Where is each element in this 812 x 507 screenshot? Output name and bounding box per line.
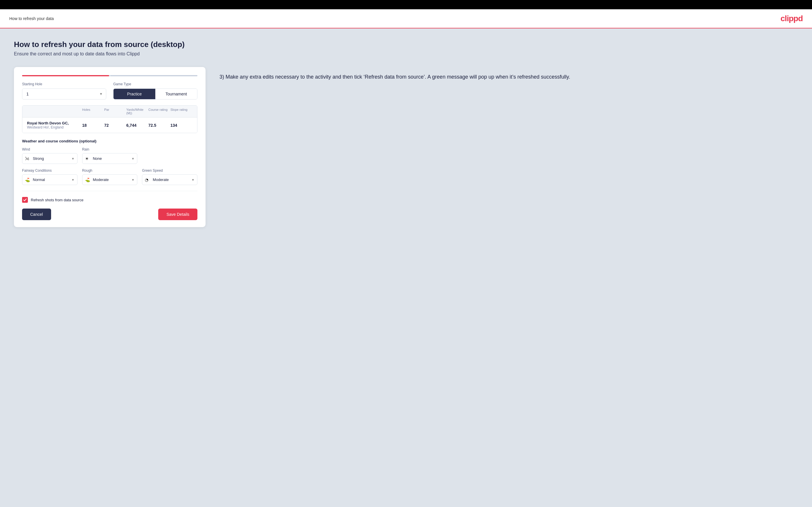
rough-select-wrapper: ⛳ Moderate Light Heavy ▼: [82, 174, 138, 185]
col-header-name: [27, 108, 82, 115]
main-content: How to refresh your data from source (de…: [0, 29, 812, 507]
course-table-row: Royal North Devon GC, Westward Ho!, Engl…: [22, 117, 197, 133]
refresh-checkbox-label: Refresh shots from data source: [31, 198, 83, 202]
course-name-cell: Royal North Devon GC, Westward Ho!, Engl…: [27, 121, 82, 129]
course-slope: 134: [170, 123, 193, 128]
page-subheading: Ensure the correct and most up to date d…: [14, 51, 798, 57]
wind-rain-row: Wind 🌬 Strong Light Moderate Calm ▼ Rain: [22, 147, 197, 164]
practice-button[interactable]: Practice: [113, 89, 155, 99]
green-speed-group: Green Speed ◔ Moderate Slow Fast ▼: [142, 169, 197, 185]
tournament-button[interactable]: Tournament: [155, 89, 197, 99]
starting-hole-group: Starting Hole 1 ▼: [22, 82, 106, 100]
fairway-label: Fairway Conditions: [22, 169, 78, 173]
col-header-course-rating: Course rating: [148, 108, 170, 115]
header-title: How to refresh your data: [9, 16, 54, 21]
checkbox-row[interactable]: Refresh shots from data source: [22, 197, 197, 203]
game-type-group: Game Type Practice Tournament: [113, 82, 197, 100]
wind-select[interactable]: Strong Light Moderate Calm: [22, 153, 78, 164]
header: How to refresh your data clippd: [0, 9, 812, 29]
rain-select[interactable]: None Light Heavy: [82, 153, 138, 164]
course-par: 72: [104, 123, 126, 128]
refresh-checkbox[interactable]: [22, 197, 28, 203]
course-location: Westward Ho!, England: [27, 125, 82, 129]
rain-select-wrapper: ☀ None Light Heavy ▼: [82, 153, 138, 164]
course-rating: 72.5: [148, 123, 170, 128]
top-form-row: Starting Hole 1 ▼ Game Type Practice Tou…: [22, 82, 197, 100]
fairway-select[interactable]: Normal Firm Soft: [22, 174, 78, 185]
tab-indicator: [22, 75, 197, 76]
weather-section-label: Weather and course conditions (optional): [22, 139, 197, 143]
course-table: Holes Par Yards/White (M)) Course rating…: [22, 105, 197, 133]
starting-hole-label: Starting Hole: [22, 82, 106, 86]
wind-label: Wind: [22, 147, 78, 152]
logo: clippd: [781, 14, 803, 23]
divider: [22, 191, 197, 191]
course-yards: 6,744: [126, 123, 148, 128]
tab-seg-1: [22, 75, 109, 76]
starting-hole-select[interactable]: 1: [22, 89, 106, 100]
action-row: Cancel Save Details: [22, 209, 197, 220]
col-header-slope-rating: Slope rating: [170, 108, 193, 115]
fairway-group: Fairway Conditions ⛳ Normal Firm Soft ▼: [22, 169, 78, 185]
green-speed-select-wrapper: ◔ Moderate Slow Fast ▼: [142, 174, 197, 185]
top-bar: [0, 0, 812, 9]
rain-group: Rain ☀ None Light Heavy ▼: [82, 147, 138, 164]
content-area: Starting Hole 1 ▼ Game Type Practice Tou…: [14, 67, 798, 227]
fairway-row: Fairway Conditions ⛳ Normal Firm Soft ▼ …: [22, 169, 197, 185]
instruction-text: 3) Make any extra edits necessary to the…: [219, 73, 798, 81]
rough-label: Rough: [82, 169, 138, 173]
game-type-toggle: Practice Tournament: [113, 89, 197, 100]
course-holes: 18: [82, 123, 104, 128]
wind-group: Wind 🌬 Strong Light Moderate Calm ▼: [22, 147, 78, 164]
green-speed-select[interactable]: Moderate Slow Fast: [142, 174, 197, 185]
col-header-par: Par: [104, 108, 126, 115]
rough-group: Rough ⛳ Moderate Light Heavy ▼: [82, 169, 138, 185]
game-type-label: Game Type: [113, 82, 197, 86]
rough-select[interactable]: Moderate Light Heavy: [82, 174, 138, 185]
spacer-group: [142, 147, 197, 164]
form-card: Starting Hole 1 ▼ Game Type Practice Tou…: [14, 67, 206, 227]
course-table-header: Holes Par Yards/White (M)) Course rating…: [22, 106, 197, 117]
fairway-select-wrapper: ⛳ Normal Firm Soft ▼: [22, 174, 78, 185]
page-heading: How to refresh your data from source (de…: [14, 40, 798, 49]
rain-label: Rain: [82, 147, 138, 152]
right-panel: 3) Make any extra edits necessary to the…: [219, 67, 798, 81]
cancel-button[interactable]: Cancel: [22, 209, 51, 220]
save-button[interactable]: Save Details: [158, 209, 197, 220]
wind-select-wrapper: 🌬 Strong Light Moderate Calm ▼: [22, 153, 78, 164]
starting-hole-select-wrapper: 1 ▼: [22, 89, 106, 100]
col-header-holes: Holes: [82, 108, 104, 115]
green-speed-label: Green Speed: [142, 169, 197, 173]
col-header-yards: Yards/White (M)): [126, 108, 148, 115]
tab-seg-2: [110, 75, 197, 76]
course-name: Royal North Devon GC,: [27, 121, 82, 125]
